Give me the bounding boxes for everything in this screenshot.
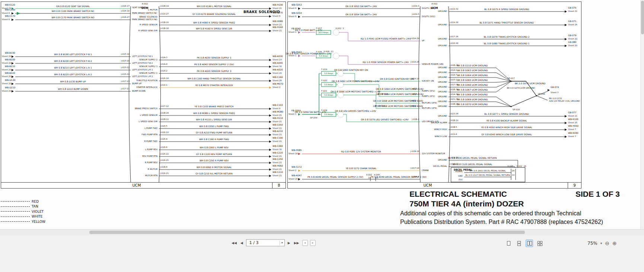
connector-code: WB-A210 — [272, 130, 283, 133]
two-page-view-icon[interactable] — [526, 240, 533, 247]
horizontal-scrollbar-thumb[interactable] — [89, 231, 525, 234]
note-label: Sheet 3 — [551, 91, 558, 94]
wire-label: WH 0.8 C170 PARK BRAKE SWITCH NO — [51, 16, 94, 19]
note-label: BK 2.0 G072 UCM GROUND — [515, 82, 545, 85]
single-page-view-icon[interactable] — [505, 240, 512, 247]
zoom-in-icon[interactable]: ⊕ — [612, 240, 617, 246]
viewer-footer: ◀◀ ◀ 1 / 3 ▾ ▶ ▶▶ ◂ ▸ 75% ▾ ⊖ ⊕ — [0, 229, 644, 272]
splice-dot — [379, 94, 380, 95]
sheet-ref: Sheet 21 — [272, 29, 282, 32]
connector-code: WB-K120 — [5, 4, 15, 6]
page-dropdown-caret-icon[interactable]: ▾ — [280, 240, 284, 245]
function-label: GROUND — [438, 38, 447, 40]
legend-color-label: WHITE — [32, 215, 43, 218]
sheet-ref: Sheet 30 — [272, 65, 282, 67]
function-label: BRAKE PRESS SWITCH — [135, 107, 157, 110]
function-label: VP — [422, 39, 424, 42]
offpage-arrow-icon — [12, 76, 14, 78]
note-label: X-022 2 — [335, 27, 344, 29]
function-label: LEFT JOYSTICK L-R 2 — [132, 75, 153, 78]
pin-label: J-01B-10 — [450, 119, 458, 121]
pin-label: J-016-17 — [121, 5, 130, 7]
function-label: PUMPS (VF2) — [422, 95, 435, 97]
sheet-ref: Sheet 20 — [2, 55, 11, 57]
legend-entry: VIOLET — [1, 209, 45, 214]
connector-code: WB-K100 — [568, 118, 578, 121]
previous-page-button[interactable]: ◀ — [240, 240, 244, 246]
sheet-ref: Sheet 20 — [568, 44, 577, 47]
sheet-ref: Sheet 6 — [2, 18, 10, 20]
function-label: DECEL PEDAL — [433, 165, 447, 167]
sheet-ref: Sheet 23 — [272, 58, 282, 61]
pin-label: J-01B-13 — [411, 105, 419, 107]
legend-line — [1, 201, 30, 202]
sheet-ref: Sheet 7 — [568, 135, 576, 137]
function-label: L SPEED SENS DIR — [138, 120, 157, 123]
fuse-label: F-021 — [321, 90, 327, 92]
offpage-arrow-icon — [269, 114, 271, 117]
connector-code: WB-C190 — [272, 137, 283, 139]
wire-label: GY 0.8 C210 R/L MOTOR RETURN — [195, 173, 232, 175]
pin-label: J-01B-16 — [160, 27, 169, 29]
previous-view-icon[interactable]: ◂ — [302, 240, 308, 246]
connector-code: GB-077 — [568, 111, 576, 114]
pin-label: J-015-1 — [450, 79, 457, 81]
connector-code: WB-H060 — [272, 165, 283, 167]
sheet-ref: Sheet 21 — [272, 168, 282, 170]
function-label: PARK BRAKE SWITCH NO — [132, 18, 157, 20]
function-label: SENSOR SUPPLY 1 — [139, 72, 157, 74]
offpage-arrow-icon — [12, 56, 14, 58]
zoom-out-icon[interactable]: ⊖ — [605, 240, 609, 246]
continuous-view-icon[interactable] — [515, 240, 523, 247]
sheet-ref: Sheet 21 — [272, 161, 282, 164]
schematic-page-9: UCM 9 A-002UCMDOUTS (VS1)DOUTS (VS1)VPSE… — [287, 1, 581, 189]
pin-label: J-019-1 — [160, 84, 167, 86]
pin-label: J-015-24 — [121, 73, 130, 75]
note-label: OR 0.8 S060 IGNITION KEY ON — [334, 69, 368, 72]
offpage-arrow-icon — [12, 90, 14, 92]
doc-note-line2: Publications Distribution System. Part #… — [400, 218, 620, 225]
wire-label: YE 0.8 K100 BACKUP ALARM SIGNAL — [486, 120, 527, 122]
pin-label: J-01A-29 — [411, 37, 419, 39]
sheet-ref: Sheet 20 — [272, 72, 282, 74]
horizontal-scrollbar[interactable] — [0, 230, 644, 235]
legend-entry: YELLOW — [1, 219, 45, 224]
wire-label: YE 0.8 M070 STARTER INTERLOCK — [195, 84, 233, 87]
vertical-scrollbar[interactable] — [640, 0, 644, 229]
legend-line — [1, 216, 30, 217]
note-label: OR 0.8 S066 UCM MOTORS SWITCHED +24V — [331, 91, 380, 93]
connector-code: WB-S054 — [291, 12, 302, 15]
pin-label: J-01B-28 — [160, 112, 169, 114]
offpage-arrow-icon — [269, 24, 271, 26]
wire-label: YE 0.8 H050 WINCH HIGH SIDE DRIVE SIGNAL — [481, 126, 532, 129]
connector-code: WB-M070 — [272, 83, 283, 85]
first-page-button[interactable]: ◀◀ — [231, 240, 237, 246]
connector-code: GB-071 — [568, 20, 576, 23]
splice-label: SP-012 — [378, 105, 385, 107]
zoom-level[interactable]: 75% — [587, 241, 597, 246]
offpage-arrow-icon — [269, 149, 271, 151]
connector-code: WB-K040 — [568, 132, 578, 135]
wire-label: BL 0.8 G106 DECEL PEDAL SIGNAL RETURN — [448, 157, 497, 159]
function-label: GROUND — [438, 66, 447, 69]
offpage-arrow-icon — [565, 136, 567, 138]
legend-line — [1, 221, 30, 222]
two-page-continuous-view-icon[interactable] — [536, 240, 543, 247]
pin-label: J-01A-26 — [411, 61, 419, 63]
vertical-scrollbar-thumb[interactable] — [641, 1, 644, 34]
fuse-label: F-017 — [316, 27, 322, 29]
page-number-input[interactable]: 1 / 3 ▾ — [246, 239, 285, 246]
zoom-dropdown-caret-icon[interactable]: ▾ — [600, 241, 602, 245]
next-page-button[interactable]: ▶ — [287, 240, 291, 246]
wire-label: BK 0.8 G067 UCM GROUND — [457, 89, 488, 91]
sheet-ref: Sheet 25 — [568, 121, 577, 124]
legend-entry: TAN — [1, 204, 45, 209]
fuse-label: F-020 — [321, 79, 327, 82]
function-label: GROUND — [438, 105, 447, 107]
connector-code: WB-H190 — [272, 4, 283, 6]
next-view-icon[interactable]: ▸ — [310, 240, 316, 246]
pin-label: J-016-5 — [160, 125, 167, 127]
pin-label: J-017-14 — [411, 167, 419, 169]
function-label: PUMPS (VF2) — [422, 90, 435, 92]
last-page-button[interactable]: ▶▶ — [293, 240, 300, 246]
